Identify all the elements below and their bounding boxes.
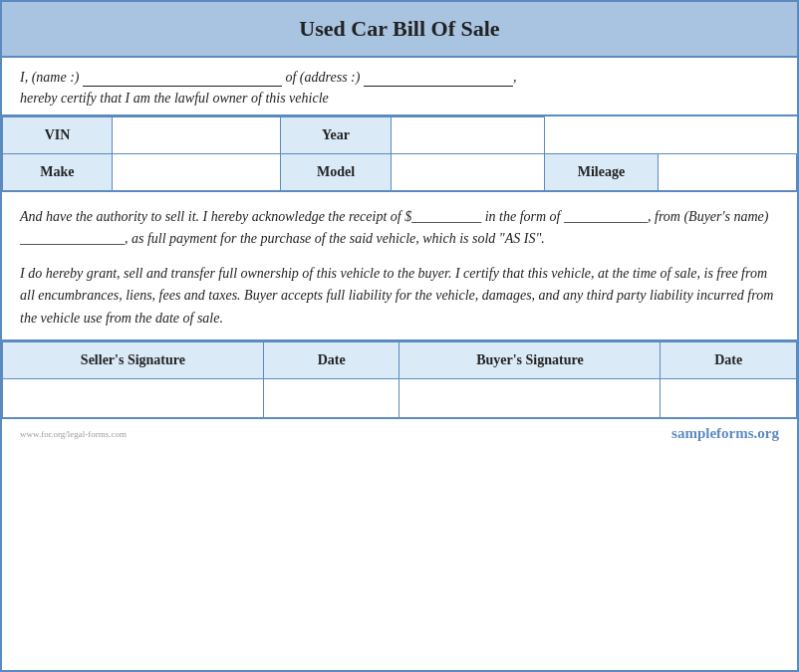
- signature-label-row: Seller's Signature Date Buyer's Signatur…: [3, 341, 797, 378]
- document-title: Used Car Bill Of Sale: [299, 16, 499, 41]
- make-label: Make: [3, 154, 113, 192]
- footer-watermark: www.for.org/legal-forms.com: [20, 429, 127, 439]
- model-value[interactable]: [392, 154, 545, 192]
- seller-date-label: Date: [263, 341, 400, 378]
- seller-sig-value[interactable]: [3, 378, 264, 418]
- buyer-sig-label: Buyer's Signature: [400, 341, 661, 378]
- address-field[interactable]: [364, 70, 513, 87]
- year-value[interactable]: [392, 117, 545, 154]
- year-label: Year: [281, 117, 392, 154]
- buyer-sig-value[interactable]: [400, 378, 661, 418]
- footer-brand: sampleforms.org: [671, 425, 779, 442]
- intro-line2: hereby certify that I am the lawful owne…: [20, 91, 779, 107]
- vin-label: VIN: [3, 117, 113, 154]
- signature-table: Seller's Signature Date Buyer's Signatur…: [2, 341, 797, 420]
- document-container: Used Car Bill Of Sale I, (name :) of (ad…: [0, 0, 799, 672]
- intro-line1: I, (name :) of (address :) ,: [20, 70, 779, 87]
- mileage-label: Mileage: [545, 154, 658, 192]
- table-row-make-model-mileage: Make Model Mileage: [3, 154, 797, 192]
- mileage-value[interactable]: [658, 154, 796, 192]
- body-paragraph1: And have the authority to sell it. I her…: [20, 206, 779, 251]
- footer: www.for.org/legal-forms.com sampleforms.…: [2, 419, 797, 448]
- document-header: Used Car Bill Of Sale: [2, 2, 797, 58]
- table-row-vin-year: VIN Year: [3, 117, 797, 154]
- signature-value-row: [3, 378, 797, 418]
- buyer-date-value[interactable]: [661, 378, 797, 418]
- name-field[interactable]: [83, 70, 282, 87]
- vin-value[interactable]: [112, 117, 280, 154]
- body-paragraph2: I do hereby grant, sell and transfer ful…: [20, 263, 779, 330]
- seller-sig-label: Seller's Signature: [3, 341, 264, 378]
- buyer-date-label: Date: [661, 341, 797, 378]
- seller-date-value[interactable]: [263, 378, 400, 418]
- vehicle-info-table: VIN Year Make Model Mileage: [2, 116, 797, 192]
- body-section: And have the authority to sell it. I her…: [2, 192, 797, 341]
- intro-section: I, (name :) of (address :) , hereby cert…: [2, 58, 797, 116]
- make-value[interactable]: [112, 154, 280, 192]
- model-label: Model: [281, 154, 392, 192]
